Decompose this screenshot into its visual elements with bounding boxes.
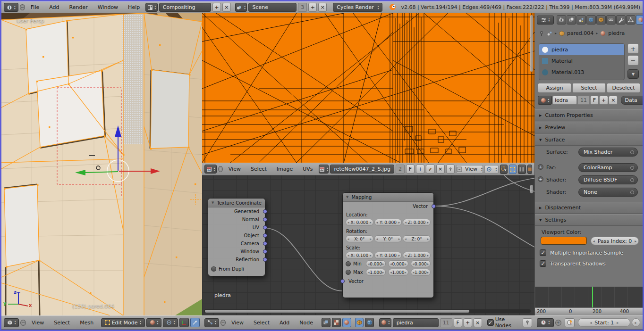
new-material-button[interactable]: +	[464, 318, 472, 327]
socket-normal[interactable]	[263, 217, 267, 222]
material-slot-material[interactable]: Material	[539, 55, 624, 66]
menu-select[interactable]: Select	[249, 320, 274, 326]
socket-generated[interactable]	[263, 209, 267, 214]
socket-uv[interactable]	[263, 225, 267, 230]
min-checkbox[interactable]	[346, 261, 351, 266]
panel-preview[interactable]: ▶Preview	[535, 122, 643, 133]
panel-displacement[interactable]: ▶Displacement	[535, 202, 643, 214]
fac-input-dropdown[interactable]: ColorRamp	[578, 163, 638, 172]
panel-surface[interactable]: ▼Surface	[535, 134, 643, 146]
menu-select[interactable]: Select	[50, 320, 74, 326]
panel-settings[interactable]: ▼Settings	[535, 214, 643, 226]
menu-node[interactable]: Node	[295, 320, 317, 326]
surface-shader-dropdown[interactable]: Mix Shader	[578, 148, 638, 157]
menu-add[interactable]: Add	[45, 4, 63, 10]
uv-image-editor-canvas[interactable]	[202, 13, 534, 163]
node-mapping[interactable]: ▼Mapping Vector Location: ◂X: 0.000▸ ◂Y:…	[342, 192, 434, 298]
multiple-importance-checkbox[interactable]: ✓	[540, 249, 546, 256]
image-vertical-scrollbar[interactable]	[530, 15, 533, 72]
deselect-button[interactable]: Deselect	[607, 83, 640, 93]
expand-menus-button[interactable]: +	[555, 320, 561, 326]
delete-scene-button[interactable]: ×	[318, 3, 327, 12]
browse-material-dropdown[interactable]: ▴▾	[538, 96, 552, 105]
frame-start-stepper[interactable]: ◂Start: 1▸	[578, 318, 630, 327]
material-users-count[interactable]: 11	[577, 96, 590, 105]
properties-editor-type-selector[interactable]: ▴▾	[537, 16, 554, 25]
new-material-button[interactable]: +	[599, 96, 608, 105]
menu-image[interactable]: Image	[272, 166, 297, 172]
image-users-count[interactable]: 2	[396, 165, 405, 174]
pin-button[interactable]	[446, 165, 455, 174]
location-y-stepper[interactable]: ◂Y: 0.000▸	[374, 219, 402, 226]
rotation-y-stepper[interactable]: ◂Y: 0°▸	[374, 235, 402, 242]
material-sphere-icon[interactable]	[600, 31, 606, 36]
uv-display-mode-dropdown[interactable]: View▴▾	[456, 165, 483, 174]
material-slot-piedra[interactable]: piedra	[539, 44, 624, 55]
material-name-field[interactable]: iedra	[552, 96, 577, 105]
object-shader-button[interactable]	[355, 318, 364, 327]
tab-object-data[interactable]	[626, 15, 636, 25]
select-mode-edge-button[interactable]	[518, 165, 525, 174]
viewport-color-swatch[interactable]	[541, 237, 587, 245]
tab-scene[interactable]	[576, 15, 586, 25]
material-slot-material-013[interactable]: Material.013	[539, 66, 624, 78]
rotation-z-stepper[interactable]: ◂Z: 0°▸	[403, 235, 431, 242]
node-horizontal-scrollbar[interactable]	[204, 309, 531, 313]
pin-icon[interactable]	[539, 31, 544, 36]
pack-image-button[interactable]	[426, 165, 434, 174]
scale-x-stepper[interactable]: ◂X: 0.100▸	[346, 252, 373, 259]
translate-manipulator-button[interactable]	[190, 318, 200, 327]
timeline-ruler[interactable]: 200 0 200 400	[535, 307, 643, 315]
location-x-stepper[interactable]: ◂X: 0.000▸	[346, 219, 373, 226]
scene-icon-dropdown[interactable]: ▴▾	[235, 3, 247, 12]
transparent-shadows-checkbox[interactable]: ✓	[540, 260, 546, 267]
object-cube-icon[interactable]	[559, 31, 565, 36]
timeline-editor-type-selector[interactable]: ▴▾	[537, 318, 554, 327]
scene-molecule-icon[interactable]	[547, 31, 552, 36]
add-material-slot-button[interactable]: +	[627, 43, 639, 54]
rotation-x-stepper[interactable]: ◂X: 0°▸	[346, 235, 373, 242]
expand-fac-icon[interactable]: +	[538, 164, 543, 170]
menu-uvs[interactable]: UVs	[298, 166, 317, 172]
max-z-stepper[interactable]: ◂1.000▸	[411, 269, 431, 276]
max-x-stepper[interactable]: ◂1.000▸	[366, 269, 386, 276]
min-z-stepper[interactable]: ◂0.000▸	[411, 260, 431, 267]
scale-z-stepper[interactable]: ◂Z: 1.000▸	[403, 252, 431, 259]
max-y-stepper[interactable]: ◂1.000▸	[388, 269, 408, 276]
node-vertical-scrollbar[interactable]	[530, 185, 533, 193]
screen-layout-icon-dropdown[interactable]: ▴▾	[145, 3, 158, 12]
max-checkbox[interactable]	[346, 270, 351, 275]
material-nodes-button[interactable]	[342, 318, 351, 327]
pivot-dropdown[interactable]: ▴▾	[484, 165, 499, 174]
collapse-menus-button[interactable]: −	[20, 320, 26, 326]
tab-render-layers[interactable]	[567, 15, 576, 25]
scale-y-stepper[interactable]: ◂Y: 0.100▸	[374, 252, 402, 259]
tab-constraints[interactable]	[606, 15, 616, 25]
fake-user-button[interactable]: F	[406, 165, 415, 174]
menu-mesh[interactable]: Mesh	[76, 320, 98, 326]
image-datablock-dropdown[interactable]: ▴▾	[319, 165, 329, 174]
menu-window[interactable]: Window	[93, 4, 122, 10]
tab-material[interactable]	[636, 15, 643, 25]
material-datablock-dropdown[interactable]: ▴▾	[379, 318, 391, 327]
collapse-node-icon[interactable]: ▼	[212, 201, 214, 205]
viewport-shading-dropdown[interactable]: ▴▾	[146, 318, 161, 327]
min-y-stepper[interactable]: ◂0.000▸	[388, 260, 408, 267]
pivot-point-dropdown[interactable]: ▴▾	[163, 318, 178, 327]
menu-help[interactable]: Help	[124, 4, 144, 10]
manipulator-toggle-button[interactable]	[179, 318, 189, 327]
viewport-3d[interactable]: User Persp (150) pared.004 y x z	[1, 13, 202, 315]
min-x-stepper[interactable]: ◂0.000▸	[366, 260, 386, 267]
select-mode-vertex-button[interactable]	[509, 165, 517, 174]
collapse-menus-button[interactable]: −	[20, 4, 25, 10]
scene-users-count[interactable]: 3	[298, 3, 307, 12]
tab-world[interactable]	[586, 15, 596, 25]
material-specials-menu-button[interactable]: ▼	[627, 69, 639, 79]
location-z-stepper[interactable]: ◂Z: 0.000▸	[403, 219, 431, 226]
menu-select[interactable]: Select	[246, 166, 271, 172]
select-button[interactable]: Select	[572, 83, 606, 93]
current-frame-marker[interactable]	[592, 287, 593, 307]
image-name-field[interactable]: reteNew0047_2_S.jpg	[330, 165, 394, 174]
pin-button[interactable]	[523, 318, 532, 327]
add-scene-button[interactable]: +	[308, 3, 317, 12]
